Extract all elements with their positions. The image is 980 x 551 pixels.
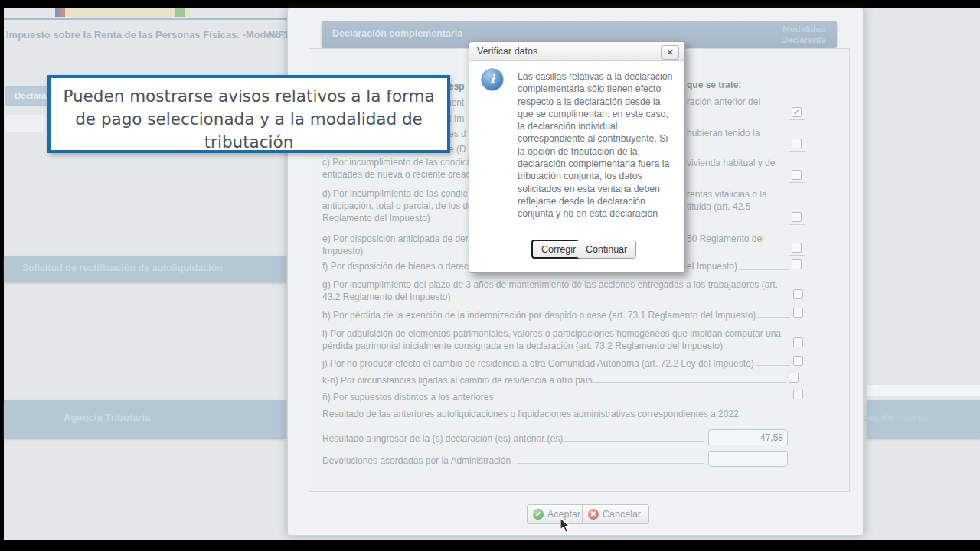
row-f-line: f) Por disposición de bienes o derech bbox=[322, 261, 473, 272]
page-title: Impuesto sobre la Renta de las Personas … bbox=[6, 29, 300, 41]
section-rectificacion-label: Solicitud de rectificación de autoliquid… bbox=[22, 262, 223, 273]
row-b-underline bbox=[789, 150, 805, 152]
row-nn-label: ñ) Por supuestos distintos a los anterio… bbox=[322, 391, 797, 403]
section-enlaces: ces de interés bbox=[867, 400, 980, 438]
intro-fragment-right: que se trate: bbox=[687, 80, 741, 90]
row-b-right: hubieran tenido la bbox=[687, 128, 760, 139]
row-e-underline bbox=[789, 254, 805, 256]
row-j-leader bbox=[756, 364, 790, 366]
row-j-label: j) Por no producir efecto el cambio de r… bbox=[322, 357, 797, 370]
header-green-block bbox=[175, 8, 185, 17]
row-d-line2: anticipación, total o parcial, de los de bbox=[322, 201, 473, 211]
row-d-checkbox[interactable] bbox=[792, 212, 802, 222]
row-a-right: ración anterior del bbox=[687, 96, 760, 107]
tab-ghost bbox=[5, 115, 44, 132]
row-c-underline bbox=[789, 181, 805, 183]
row-b-frag1: es d bbox=[449, 129, 466, 139]
header-divider bbox=[4, 18, 287, 20]
row-i-checkbox[interactable] bbox=[793, 337, 803, 347]
letterbox-bottom bbox=[0, 540, 980, 551]
intro-fragment-left: esp bbox=[449, 81, 465, 92]
field-devoluciones-input[interactable] bbox=[708, 451, 788, 467]
row-d-line1: d) Por incumplimiento de las condic bbox=[322, 188, 467, 199]
row-i-underline bbox=[790, 349, 806, 350]
nif-label: NIF: bbox=[268, 29, 287, 41]
cancel-x-icon: ✕ bbox=[588, 509, 599, 520]
row-c-line2: entidades de nueva o reciente creaci bbox=[322, 169, 472, 180]
row-a-frag1: ient bbox=[449, 97, 464, 108]
row-c-right: vivienda habitual y de bbox=[687, 158, 775, 168]
row-d-line3: Reglamento del Impuesto) bbox=[322, 213, 430, 223]
row-a-checkbox[interactable]: ✓ bbox=[792, 107, 802, 117]
row-f-leader bbox=[739, 269, 789, 270]
row-kn-leader bbox=[593, 381, 786, 383]
row-nn-checkbox[interactable] bbox=[793, 390, 803, 399]
field-devoluciones-leader bbox=[517, 462, 704, 464]
row-j-checkbox[interactable] bbox=[793, 356, 803, 366]
info-icon: i bbox=[481, 68, 504, 91]
accept-check-icon: ✓ bbox=[533, 509, 544, 520]
flag-red-stripe bbox=[60, 8, 65, 17]
row-nn-leader bbox=[492, 398, 790, 399]
aceptar-button[interactable]: ✓ Aceptar bbox=[527, 504, 589, 524]
row-g-label: g) Por incumplimiento del plazo de 3 año… bbox=[322, 279, 782, 303]
tutorial-callout: Pueden mostrarse avisos relativos a la f… bbox=[47, 75, 450, 153]
row-kn-label: k-n) Por circunstancias ligadas al cambi… bbox=[322, 374, 797, 386]
row-g-underline bbox=[790, 301, 806, 302]
row-c-line1: c) Por incumplimiento de las condici bbox=[322, 157, 469, 168]
dialog-titlebar[interactable]: Verificar datos ✕ bbox=[469, 42, 684, 61]
cancelar-button[interactable]: ✕ Cancelar bbox=[582, 504, 649, 524]
right-strip bbox=[867, 385, 980, 396]
row-i-label: i) Por adquisición de elementos patrimon… bbox=[322, 328, 782, 352]
row-h-leader bbox=[758, 316, 790, 318]
row-a-underline bbox=[789, 119, 805, 120]
section-agencia-label: Agencia Tributaria bbox=[64, 412, 150, 423]
row-e-line1: e) Por disposición anticipada de dere bbox=[322, 233, 473, 244]
row-f-checkbox[interactable] bbox=[792, 259, 802, 269]
row-e-right: 50 Reglamento del bbox=[687, 233, 764, 244]
row-h-label: h) Por pérdida de la exención de la inde… bbox=[322, 309, 797, 321]
field-resultado-leader bbox=[537, 440, 704, 442]
verificar-datos-dialog: Verificar datos ✕ i Las casillas relativ… bbox=[469, 41, 685, 273]
continuar-button[interactable]: Continuar bbox=[577, 240, 636, 259]
panel-header-title: Declaración complementaria bbox=[332, 28, 462, 39]
field-resultado-input[interactable] bbox=[708, 429, 788, 445]
row-c-checkbox[interactable] bbox=[792, 170, 802, 180]
row-h-checkbox[interactable] bbox=[793, 308, 803, 318]
row-a-frag2: l Im bbox=[449, 113, 464, 124]
screen: Impuesto sobre la Renta de las Personas … bbox=[0, 0, 980, 551]
header-yellow-strip bbox=[65, 8, 189, 17]
dialog-message: Las casillas relativas a la declaración … bbox=[518, 70, 677, 220]
resultado-heading: Resultado de las anteriores autoliquidac… bbox=[322, 408, 812, 420]
row-g-checkbox[interactable] bbox=[793, 289, 803, 299]
section-rectificacion: Solicitud de rectificación de autoliquid… bbox=[4, 256, 286, 282]
field-resultado-label: Resultado a ingresar de la (s) declaraci… bbox=[322, 433, 563, 444]
letterbox-top bbox=[0, 0, 980, 8]
dialog-title: Verificar datos bbox=[477, 46, 537, 57]
row-f-right: el Impuesto) bbox=[687, 261, 737, 272]
row-d-right1: rentas vitalicias o la bbox=[687, 189, 767, 200]
row-b-checkbox[interactable] bbox=[792, 139, 802, 148]
close-icon[interactable]: ✕ bbox=[661, 45, 679, 60]
field-devoluciones-label: Devoluciones acordadas por la Administra… bbox=[322, 455, 511, 466]
row-d-underline bbox=[789, 223, 805, 225]
row-b-frag2: e (D bbox=[449, 144, 466, 155]
row-d-right2: tituida (art. 42.5 bbox=[687, 201, 750, 212]
section-enlaces-label: ces de interés bbox=[862, 412, 929, 423]
row-kn-checkbox[interactable] bbox=[789, 373, 799, 383]
row-e-checkbox[interactable] bbox=[792, 243, 802, 253]
panel-header-modalidad: Modalidad Declarante bbox=[781, 24, 826, 45]
row-e-line2: Impuesto) bbox=[322, 246, 363, 256]
section-agencia: Agencia Tributaria bbox=[4, 400, 286, 438]
mouse-cursor bbox=[560, 517, 572, 534]
